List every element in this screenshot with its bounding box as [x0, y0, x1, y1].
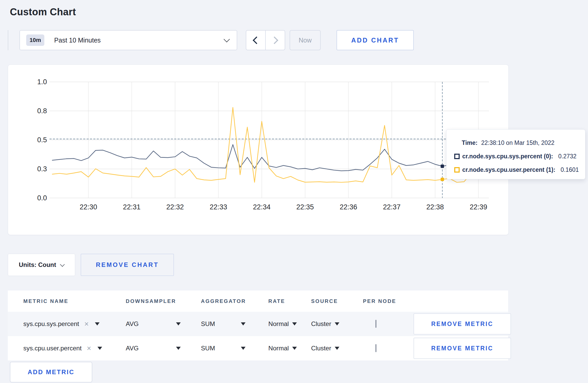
sys-percent-swatch-icon: [454, 154, 460, 159]
chevron-down-icon: [60, 262, 65, 267]
remove-metric-button[interactable]: REMOVE METRIC: [414, 313, 511, 335]
time-range-select[interactable]: 10m Past 10 Minutes: [19, 30, 237, 50]
svg-text:0.3: 0.3: [37, 165, 47, 173]
source-select[interactable]: Cluster: [311, 320, 363, 328]
dropdown-caret-icon: [335, 322, 339, 325]
remove-chart-button[interactable]: REMOVE CHART: [81, 254, 174, 276]
chevron-right-icon: [271, 36, 278, 44]
chart-footer-controls: Units: Count REMOVE CHART: [8, 254, 174, 276]
header-per-node: PER NODE: [363, 298, 414, 304]
downsampler-value: AVG: [126, 345, 139, 352]
remove-metric-button[interactable]: REMOVE METRIC: [414, 338, 511, 359]
metric-name-cell[interactable]: sys.cpu.sys.percent ×: [23, 320, 126, 328]
time-pager: [246, 30, 285, 50]
header-source: SOURCE: [311, 298, 363, 304]
rate-select[interactable]: Normal: [268, 320, 311, 328]
svg-text:22:30: 22:30: [80, 203, 97, 211]
tooltip-series-value: 0.1601: [561, 166, 579, 173]
source-value: Cluster: [311, 320, 331, 328]
add-chart-button[interactable]: ADD CHART: [337, 30, 414, 50]
svg-text:0.8: 0.8: [37, 107, 47, 115]
svg-text:0.0: 0.0: [37, 194, 47, 202]
prev-time-button[interactable]: [246, 31, 265, 50]
chart-card: 0.00.30.50.81.022:3022:3122:3222:3322:34…: [8, 65, 509, 235]
time-toolbar: 10m Past 10 Minutes Now ADD CHART: [8, 30, 414, 50]
source-select[interactable]: Cluster: [311, 345, 363, 352]
aggregator-select[interactable]: SUM: [201, 320, 268, 328]
table-row: sys.cpu.user.percent × AVG SUM Normal Cl…: [8, 336, 508, 360]
header-metric-name: METRIC NAME: [23, 298, 126, 304]
svg-text:0.5: 0.5: [37, 136, 47, 144]
units-select[interactable]: Units: Count: [8, 254, 75, 276]
per-node-checkbox[interactable]: [375, 320, 376, 328]
rate-select[interactable]: Normal: [268, 345, 311, 352]
tooltip-series-value: 0.2732: [558, 153, 576, 160]
units-label: Units: Count: [19, 261, 56, 268]
table-row: sys.cpu.sys.percent × AVG SUM Normal Clu…: [8, 312, 508, 336]
dropdown-caret-icon: [292, 322, 297, 325]
svg-text:22:31: 22:31: [123, 203, 141, 211]
dropdown-caret-icon: [241, 322, 246, 325]
now-button[interactable]: Now: [290, 30, 321, 50]
svg-text:22:34: 22:34: [253, 203, 271, 211]
metrics-table-header: METRIC NAME DOWNSAMPLER AGGREGATOR RATE …: [8, 290, 508, 312]
svg-text:22:32: 22:32: [166, 203, 184, 211]
tooltip-series-row: cr.node.sys.cpu.sys.percent (0): 0.2732: [454, 153, 578, 160]
time-range-label: Past 10 Minutes: [54, 37, 101, 44]
downsampler-select[interactable]: AVG: [126, 320, 201, 328]
dropdown-caret-icon: [335, 347, 339, 350]
dropdown-caret-icon: [292, 347, 297, 350]
per-node-checkbox[interactable]: [375, 344, 376, 352]
header-downsampler: DOWNSAMPLER: [126, 298, 201, 304]
clear-metric-icon[interactable]: ×: [87, 345, 91, 352]
clear-metric-icon[interactable]: ×: [84, 320, 89, 328]
tooltip-time-value: 22:38:10 on Mar 15th, 2022: [481, 139, 555, 146]
svg-text:22:33: 22:33: [210, 203, 227, 211]
metric-name-cell[interactable]: sys.cpu.user.percent ×: [23, 345, 126, 352]
aggregator-value: SUM: [201, 320, 215, 328]
rate-value: Normal: [268, 320, 289, 328]
dropdown-caret-icon: [176, 322, 181, 325]
svg-text:22:35: 22:35: [296, 203, 314, 211]
header-rate: RATE: [268, 298, 311, 304]
toolbar-divider: [8, 30, 8, 50]
metric-name-value: sys.cpu.user.percent: [23, 345, 82, 352]
metrics-chart[interactable]: 0.00.30.50.81.022:3022:3122:3222:3322:34…: [8, 65, 508, 234]
tooltip-series-row: cr.node.sys.cpu.user.percent (1): 0.1601: [454, 166, 578, 173]
dropdown-caret-icon: [241, 347, 246, 350]
dropdown-caret-icon[interactable]: [97, 347, 102, 350]
downsampler-value: AVG: [126, 320, 139, 328]
per-node-cell: [363, 345, 414, 352]
chart-tooltip: Time: 22:38:10 on Mar 15th, 2022 cr.node…: [446, 129, 585, 179]
svg-text:22:37: 22:37: [383, 203, 401, 211]
rate-value: Normal: [268, 345, 289, 352]
dropdown-caret-icon: [176, 347, 181, 350]
svg-text:22:39: 22:39: [470, 203, 487, 211]
time-range-badge: 10m: [26, 34, 44, 46]
metrics-table: METRIC NAME DOWNSAMPLER AGGREGATOR RATE …: [8, 290, 508, 360]
tooltip-series-label: cr.node.sys.cpu.sys.percent (0):: [462, 153, 553, 160]
user-percent-swatch-icon: [454, 167, 460, 173]
tooltip-series-label: cr.node.sys.cpu.user.percent (1):: [462, 166, 555, 173]
add-metric-button[interactable]: ADD METRIC: [10, 362, 92, 382]
chevron-down-icon: [223, 36, 230, 42]
chevron-left-icon: [253, 36, 261, 44]
per-node-cell: [363, 320, 414, 328]
metric-name-value: sys.cpu.sys.percent: [23, 320, 79, 328]
aggregator-select[interactable]: SUM: [201, 345, 268, 352]
header-aggregator: AGGREGATOR: [201, 298, 268, 304]
page-title: Custom Chart: [10, 6, 76, 18]
dropdown-caret-icon[interactable]: [95, 322, 100, 325]
tooltip-time-label: Time:: [462, 139, 478, 146]
source-value: Cluster: [311, 345, 331, 352]
next-time-button[interactable]: [265, 31, 285, 50]
svg-text:22:38: 22:38: [426, 203, 444, 211]
svg-text:1.0: 1.0: [37, 78, 47, 86]
tooltip-time-row: Time: 22:38:10 on Mar 15th, 2022: [462, 139, 578, 146]
downsampler-select[interactable]: AVG: [126, 345, 201, 352]
aggregator-value: SUM: [201, 345, 215, 352]
svg-text:22:36: 22:36: [340, 203, 357, 211]
